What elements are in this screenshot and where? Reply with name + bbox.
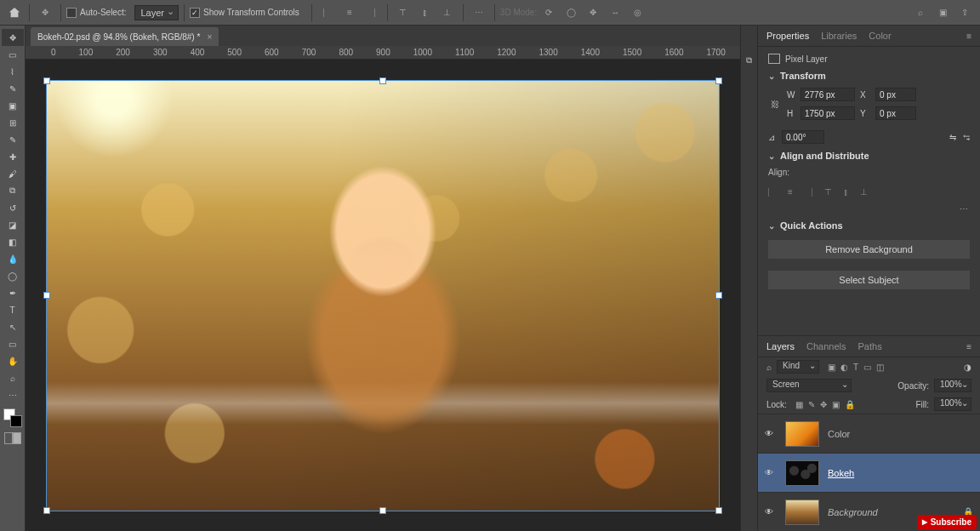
move-tool[interactable]: ✥ xyxy=(2,29,24,46)
link-wh-icon[interactable]: ⛓ xyxy=(768,100,782,109)
quick-actions-heading[interactable]: Quick Actions xyxy=(768,220,970,231)
eyedropper-tool[interactable]: ✎ xyxy=(2,131,24,148)
transform-handle[interactable] xyxy=(43,507,50,514)
layer-name[interactable]: Color xyxy=(828,429,850,439)
healing-tool[interactable]: ✚ xyxy=(2,148,24,165)
canvas-area[interactable] xyxy=(26,60,740,531)
layer-thumbnail[interactable] xyxy=(785,460,819,486)
home-icon[interactable] xyxy=(5,3,24,22)
subscribe-badge[interactable]: Subscribe xyxy=(917,515,977,529)
transform-handle[interactable] xyxy=(715,292,722,299)
filter-shape-icon[interactable]: ▭ xyxy=(863,363,871,372)
show-transform-toggle[interactable]: Show Transform Controls xyxy=(190,8,299,18)
dodge-tool[interactable]: ◯ xyxy=(2,267,24,284)
brush-tool[interactable]: 🖌 xyxy=(2,165,24,182)
tab-color[interactable]: Color xyxy=(869,27,891,44)
share-icon[interactable]: ⇪ xyxy=(954,3,975,22)
zoom-tool[interactable]: ⌕ xyxy=(2,369,24,386)
select-subject-button[interactable]: Select Subject xyxy=(768,271,970,289)
auto-select-checkbox[interactable] xyxy=(66,8,77,18)
auto-select-target-dropdown[interactable]: Layer xyxy=(134,5,179,20)
align-right-edges-icon[interactable]: ⎹ xyxy=(805,187,812,197)
y-field[interactable]: 0 px xyxy=(875,106,916,120)
type-tool[interactable]: T xyxy=(2,301,24,318)
remove-background-button[interactable]: Remove Background xyxy=(768,240,970,259)
align-left-edges-icon[interactable]: ⎸ xyxy=(768,187,776,197)
align-vcenter-icon[interactable]: ⫿ xyxy=(844,187,848,197)
transform-handle[interactable] xyxy=(379,77,386,84)
history-brush-tool[interactable]: ↺ xyxy=(2,199,24,216)
move-tool-icon[interactable]: ✥ xyxy=(35,3,55,22)
flip-vertical-icon[interactable]: ⥃ xyxy=(963,133,970,142)
layer-thumbnail[interactable] xyxy=(785,421,819,447)
filter-type-icon[interactable]: T xyxy=(853,363,858,372)
search-icon[interactable]: ⌕ xyxy=(910,3,931,22)
layer-thumbnail[interactable] xyxy=(785,500,819,525)
align-section-heading[interactable]: Align and Distribute xyxy=(768,151,970,161)
opacity-field[interactable]: 100% xyxy=(934,379,971,392)
align-hcenter-icon[interactable]: ≡ xyxy=(788,187,793,197)
rotation-field[interactable]: 0.00° xyxy=(782,130,824,144)
canvas[interactable] xyxy=(47,81,719,511)
clone-stamp-tool[interactable]: ⧉ xyxy=(2,182,24,199)
transform-handle[interactable] xyxy=(379,507,386,514)
align-right-icon[interactable]: ⎹ xyxy=(362,3,382,22)
lasso-tool[interactable]: ⌇ xyxy=(2,63,24,80)
more-align-icon[interactable]: ⋯ xyxy=(768,204,970,214)
visibility-icon[interactable]: 👁 xyxy=(765,429,777,438)
tab-layers[interactable]: Layers xyxy=(766,341,795,351)
align-bottom-edges-icon[interactable]: ⊥ xyxy=(860,187,868,197)
path-select-tool[interactable]: ↖ xyxy=(2,318,24,335)
transform-handle[interactable] xyxy=(43,77,50,84)
blend-mode-dropdown[interactable]: Screen xyxy=(766,379,852,392)
distribute-top-icon[interactable]: ⊤ xyxy=(393,3,413,22)
tab-libraries[interactable]: Libraries xyxy=(821,27,857,44)
eraser-tool[interactable]: ◪ xyxy=(2,216,24,233)
fill-field[interactable]: 100% xyxy=(934,397,971,411)
height-field[interactable]: 1750 px xyxy=(801,106,855,120)
lock-image-icon[interactable]: ✎ xyxy=(808,400,815,409)
filter-kind-dropdown[interactable]: Kind xyxy=(777,360,819,374)
align-left-icon[interactable]: ⎸ xyxy=(317,3,338,22)
document-tab[interactable]: Bokeh-02.psd @ 94.8% (Bokeh, RGB/8#) *× xyxy=(31,27,219,46)
color-swatch[interactable] xyxy=(3,408,22,427)
align-center-h-icon[interactable]: ≡ xyxy=(339,3,360,22)
flip-horizontal-icon[interactable]: ⇋ xyxy=(949,133,956,142)
transform-handle[interactable] xyxy=(715,507,722,514)
workspace-icon[interactable]: ▣ xyxy=(932,3,953,22)
layer-row[interactable]: 👁Bokeh xyxy=(758,453,980,492)
quick-select-tool[interactable]: ✎ xyxy=(2,80,24,97)
more-align-icon[interactable]: ⋯ xyxy=(469,3,489,22)
lock-transparency-icon[interactable]: ▦ xyxy=(795,400,803,409)
visibility-icon[interactable]: 👁 xyxy=(765,507,777,517)
crop-tool[interactable]: ▣ xyxy=(2,97,24,114)
close-tab-icon[interactable]: × xyxy=(207,32,212,42)
layers-menu-icon[interactable]: ≡ xyxy=(966,342,971,351)
transform-handle[interactable] xyxy=(715,77,722,84)
tab-paths[interactable]: Paths xyxy=(858,341,882,351)
show-transform-checkbox[interactable] xyxy=(190,8,200,18)
distribute-bottom-icon[interactable]: ⊥ xyxy=(437,3,458,22)
shape-tool[interactable]: ▭ xyxy=(2,335,24,352)
layer-name[interactable]: Background xyxy=(828,507,878,517)
quickmask-toggle[interactable] xyxy=(4,432,21,444)
blur-tool[interactable]: 💧 xyxy=(2,250,24,267)
width-field[interactable]: 2776 px xyxy=(801,88,855,101)
distribute-vcenter-icon[interactable]: ⫿ xyxy=(415,3,436,22)
hand-tool[interactable]: ✋ xyxy=(2,352,24,369)
filter-smartobj-icon[interactable]: ◫ xyxy=(876,363,884,372)
layer-row[interactable]: 👁Color xyxy=(758,414,980,453)
filter-pixel-icon[interactable]: ▣ xyxy=(828,363,835,372)
auto-select-toggle[interactable]: Auto-Select: xyxy=(66,8,126,18)
transform-section-heading[interactable]: Transform xyxy=(768,71,970,81)
pen-tool[interactable]: ✒ xyxy=(2,284,24,301)
lock-position-icon[interactable]: ✥ xyxy=(820,400,827,409)
marquee-tool[interactable]: ▭ xyxy=(2,46,24,63)
layer-name[interactable]: Bokeh xyxy=(828,468,854,478)
frame-tool[interactable]: ⊞ xyxy=(2,114,24,131)
lock-artboard-icon[interactable]: ▣ xyxy=(832,400,840,409)
lock-all-icon[interactable]: 🔒 xyxy=(845,400,855,409)
gradient-tool[interactable]: ◧ xyxy=(2,233,24,250)
tab-channels[interactable]: Channels xyxy=(806,341,846,351)
visibility-icon[interactable]: 👁 xyxy=(765,468,777,477)
